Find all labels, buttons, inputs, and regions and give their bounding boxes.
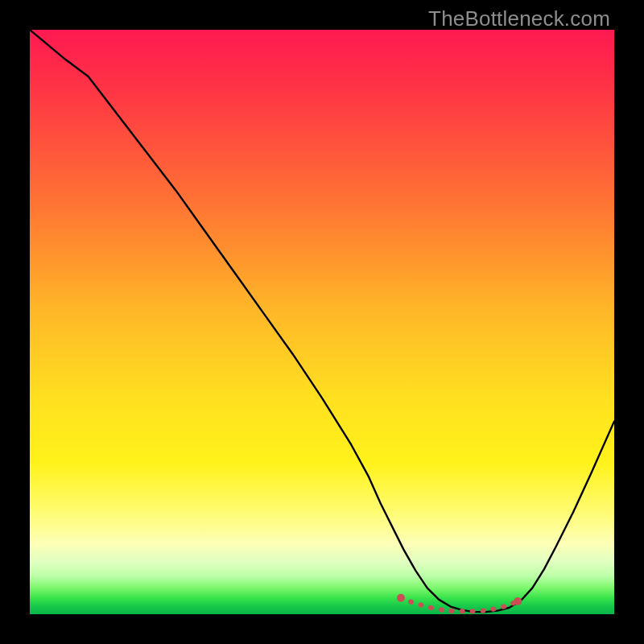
plot-area xyxy=(30,30,614,614)
chart-frame: TheBottleneck.com xyxy=(0,0,644,644)
bottleneck-curve-svg xyxy=(30,30,614,614)
attribution-watermark: TheBottleneck.com xyxy=(428,6,610,31)
optimal-range-endpoint xyxy=(514,597,522,605)
optimal-range-endpoint xyxy=(397,594,405,602)
bottleneck-curve xyxy=(30,30,614,612)
